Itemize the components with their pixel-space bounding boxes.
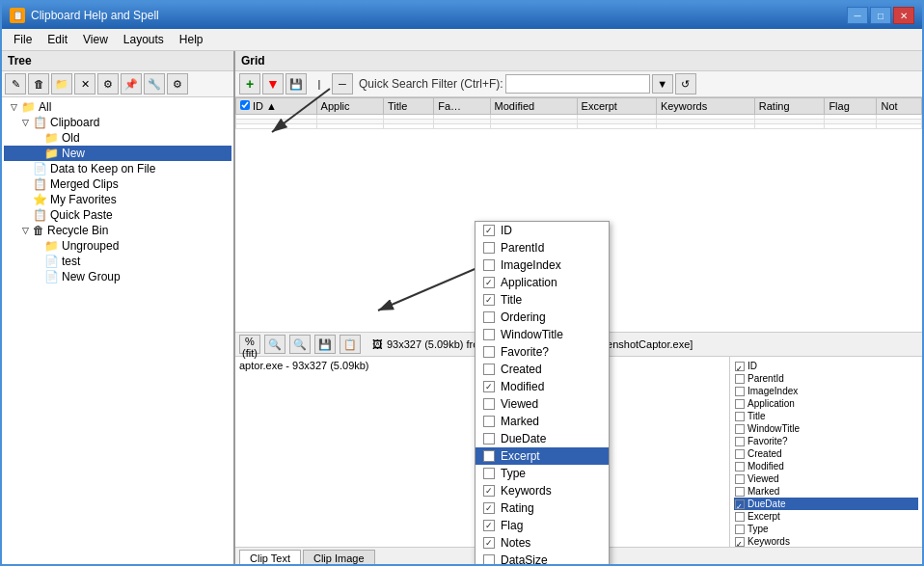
- checkbox-id[interactable]: ✓: [483, 225, 495, 236]
- checkbox-modified[interactable]: ✓: [483, 381, 495, 392]
- tree-expand-new[interactable]: [32, 148, 41, 158]
- tree-item-all[interactable]: ▽ 📁 All: [4, 99, 231, 115]
- tree-item-new[interactable]: 📁 New: [4, 146, 231, 161]
- dropdown-item-modified[interactable]: ✓ Modified: [476, 378, 609, 395]
- minimize-button[interactable]: ─: [847, 7, 868, 24]
- col-applic[interactable]: Applic: [316, 98, 383, 115]
- checkbox-flag[interactable]: ✓: [483, 520, 495, 531]
- dropdown-item-ordering[interactable]: Ordering: [476, 309, 609, 326]
- grid-add-btn[interactable]: +: [239, 73, 260, 94]
- tab-clip-text[interactable]: Clip Text: [239, 550, 301, 566]
- menu-view[interactable]: View: [75, 31, 116, 48]
- tree-item-merged[interactable]: 📋 Merged Clips: [4, 176, 231, 192]
- tree-item-quickpaste[interactable]: 📋 Quick Paste: [4, 207, 231, 223]
- col-id[interactable]: ID ▲: [236, 98, 317, 115]
- dropdown-item-notes[interactable]: ✓ Notes: [476, 534, 609, 552]
- info-percent-btn[interactable]: % (fit): [239, 335, 260, 354]
- checkbox-parentid[interactable]: [483, 242, 495, 254]
- search-refresh-btn[interactable]: ↺: [675, 73, 696, 94]
- col-flag[interactable]: Flag: [825, 98, 877, 115]
- tree-item-test[interactable]: 📄 test: [4, 254, 231, 269]
- close-button[interactable]: ✕: [893, 7, 914, 24]
- grid-save-btn[interactable]: 💾: [285, 73, 307, 94]
- dropdown-item-windowtitle[interactable]: WindowTitle: [476, 326, 609, 343]
- checkbox-type[interactable]: [483, 468, 495, 479]
- col-rating[interactable]: Rating: [754, 98, 825, 115]
- dropdown-item-viewed[interactable]: Viewed: [476, 395, 609, 413]
- tree-toolbar-delete[interactable]: 🗑: [28, 73, 49, 94]
- dropdown-item-parentid[interactable]: ParentId: [476, 239, 609, 256]
- grid-btn2[interactable]: ─: [332, 73, 353, 94]
- col-title[interactable]: Title: [383, 98, 433, 115]
- tree-toolbar-settings1[interactable]: ⚙: [97, 73, 119, 94]
- dropdown-item-application[interactable]: ✓ Application: [476, 274, 609, 291]
- checkbox-marked[interactable]: [483, 416, 495, 427]
- dropdown-item-datasize[interactable]: DataSize: [476, 552, 609, 566]
- dropdown-item-title[interactable]: ✓ Title: [476, 291, 609, 309]
- col-id-checkbox[interactable]: [240, 100, 250, 110]
- tree-item-recycle[interactable]: ▽ 🗑 Recycle Bin: [4, 223, 231, 238]
- checkbox-viewed[interactable]: [483, 398, 495, 410]
- tree-expand-data[interactable]: [20, 164, 30, 174]
- col-modified[interactable]: Modified: [490, 98, 577, 115]
- dropdown-item-marked[interactable]: Marked: [476, 413, 609, 430]
- dropdown-item-rating[interactable]: ✓ Rating: [476, 499, 609, 517]
- tree-expand-recycle[interactable]: ▽: [20, 226, 30, 235]
- tree-toolbar-close[interactable]: ✕: [74, 73, 95, 94]
- col-excerpt[interactable]: Excerpt: [577, 98, 656, 115]
- col-keywords[interactable]: Keywords: [656, 98, 754, 115]
- menu-file[interactable]: File: [6, 31, 40, 48]
- checkbox-application[interactable]: ✓: [483, 277, 495, 288]
- search-input[interactable]: [505, 74, 650, 94]
- tree-expand-quickpaste[interactable]: [20, 210, 30, 220]
- tree-item-ungrouped[interactable]: 📁 Ungrouped: [4, 238, 231, 254]
- tree-expand-favorites[interactable]: [20, 195, 30, 204]
- tree-item-old[interactable]: 📁 Old: [4, 130, 231, 146]
- dropdown-item-favorite[interactable]: Favorite?: [476, 343, 609, 361]
- checkbox-created[interactable]: [483, 364, 495, 375]
- info-btn3[interactable]: 💾: [314, 335, 336, 354]
- dropdown-item-created[interactable]: Created: [476, 361, 609, 378]
- tree-expand-test[interactable]: [32, 256, 41, 266]
- tree-expand-newgroup[interactable]: [32, 272, 41, 282]
- tree-item-favorites[interactable]: ⭐ My Favorites: [4, 192, 231, 207]
- dropdown-item-imageindex[interactable]: ImageIndex: [476, 256, 609, 274]
- maximize-button[interactable]: □: [870, 7, 891, 24]
- tree-expand-old[interactable]: [32, 133, 41, 143]
- dropdown-item-type[interactable]: Type: [476, 465, 609, 482]
- checkbox-datasize[interactable]: [483, 554, 495, 566]
- checkbox-excerpt[interactable]: ✓: [483, 450, 495, 462]
- menu-help[interactable]: Help: [172, 31, 211, 48]
- tree-toolbar-folder[interactable]: 📁: [51, 73, 72, 94]
- tree-toolbar-settings2[interactable]: 🔧: [144, 73, 165, 94]
- menu-layouts[interactable]: Layouts: [116, 31, 172, 48]
- tree-expand-ungrouped[interactable]: [32, 241, 41, 251]
- dropdown-item-keywords[interactable]: ✓ Keywords: [476, 482, 609, 499]
- tree-toolbar-edit[interactable]: ✎: [5, 73, 26, 94]
- info-btn4[interactable]: 📋: [340, 335, 361, 354]
- tree-toolbar-pin[interactable]: 📌: [121, 73, 142, 94]
- checkbox-ordering[interactable]: [483, 311, 495, 323]
- checkbox-imageindex[interactable]: [483, 259, 495, 271]
- tab-clip-image[interactable]: Clip Image: [303, 550, 375, 566]
- tree-expand-all[interactable]: ▽: [9, 102, 18, 112]
- dropdown-item-flag[interactable]: ✓ Flag: [476, 517, 609, 534]
- tree-expand-merged[interactable]: [20, 179, 30, 189]
- tree-expand-clipboard[interactable]: ▽: [20, 118, 30, 127]
- tree-toolbar-settings3[interactable]: ⚙: [167, 73, 188, 94]
- dropdown-item-duedate[interactable]: DueDate: [476, 430, 609, 447]
- grid-arrow-btn[interactable]: ▼: [262, 73, 284, 94]
- menu-edit[interactable]: Edit: [40, 31, 75, 48]
- dropdown-item-excerpt[interactable]: ✓ Excerpt: [476, 447, 609, 465]
- checkbox-notes[interactable]: ✓: [483, 537, 495, 549]
- info-btn1[interactable]: 🔍: [264, 335, 285, 354]
- dropdown-item-id[interactable]: ✓ ID: [476, 222, 609, 239]
- tree-item-clipboard[interactable]: ▽ 📋 Clipboard: [4, 115, 231, 130]
- checkbox-duedate[interactable]: [483, 433, 495, 445]
- col-fa[interactable]: Fa…: [434, 98, 490, 115]
- info-btn2[interactable]: 🔍: [289, 335, 311, 354]
- search-dropdown-btn[interactable]: ▼: [652, 74, 673, 94]
- table-row[interactable]: [236, 124, 922, 129]
- checkbox-title[interactable]: ✓: [483, 294, 495, 306]
- checkbox-keywords[interactable]: ✓: [483, 485, 495, 497]
